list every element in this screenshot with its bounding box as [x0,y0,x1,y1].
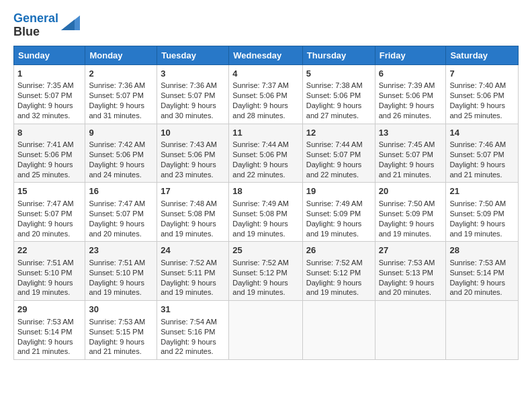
cell-text: Sunset: 5:10 PM [17,268,81,278]
cell-text: Daylight: 9 hours [449,101,515,111]
cell-text: Sunrise: 7:54 AM [161,317,225,327]
cell-text: and 22 minutes. [161,347,225,357]
day-number: 12 [306,127,371,139]
cell-text: Daylight: 9 hours [89,219,153,229]
calendar-cell: 2Sunrise: 7:36 AMSunset: 5:07 PMDaylight… [85,64,157,124]
calendar-cell [302,301,375,360]
cell-text: Daylight: 9 hours [161,160,225,170]
cell-text: Sunrise: 7:40 AM [449,81,515,91]
col-header-thursday: Thursday [302,46,375,64]
day-number: 9 [89,127,153,139]
day-number: 28 [449,244,515,257]
col-header-monday: Monday [85,46,157,64]
cell-text: Daylight: 9 hours [232,101,299,111]
cell-text: Daylight: 9 hours [89,101,153,111]
calendar-cell: 15Sunrise: 7:47 AMSunset: 5:07 PMDayligh… [14,183,85,242]
cell-text: Sunrise: 7:44 AM [232,140,299,150]
cell-text: Sunset: 5:07 PM [379,150,443,160]
cell-text: and 23 minutes. [161,170,225,180]
day-number: 25 [232,244,299,257]
cell-text: and 20 minutes. [449,287,515,298]
calendar-cell: 24Sunrise: 7:52 AMSunset: 5:11 PMDayligh… [157,242,229,301]
col-header-wednesday: Wednesday [229,46,303,64]
day-number: 7 [449,68,515,80]
calendar-cell: 3Sunrise: 7:36 AMSunset: 5:07 PMDaylight… [157,64,229,124]
calendar-cell: 21Sunrise: 7:50 AMSunset: 5:09 PMDayligh… [446,183,519,242]
cell-text: Sunset: 5:16 PM [161,327,225,337]
cell-text: Sunrise: 7:42 AM [89,140,153,150]
cell-text: Sunset: 5:12 PM [232,268,299,278]
calendar-cell [446,301,519,360]
cell-text: and 19 minutes. [449,229,515,239]
cell-text: and 22 minutes. [232,170,299,180]
day-number: 1 [17,68,81,80]
cell-text: and 19 minutes. [232,287,299,298]
cell-text: and 30 minutes. [161,111,225,121]
cell-text: Sunset: 5:06 PM [379,91,443,101]
col-header-friday: Friday [375,46,446,64]
cell-text: Daylight: 9 hours [17,101,81,111]
cell-text: Sunset: 5:07 PM [306,150,371,160]
cell-text: Sunset: 5:08 PM [232,209,299,219]
day-number: 18 [232,185,299,197]
cell-text: Sunrise: 7:48 AM [161,199,225,209]
cell-text: and 21 minutes. [379,170,443,180]
calendar-cell: 12Sunrise: 7:44 AMSunset: 5:07 PMDayligh… [302,124,375,183]
calendar-cell: 5Sunrise: 7:38 AMSunset: 5:06 PMDaylight… [302,64,375,124]
cell-text: Sunrise: 7:50 AM [449,199,515,209]
cell-text: and 19 minutes. [306,229,371,239]
cell-text: Daylight: 9 hours [379,219,443,229]
cell-text: and 19 minutes. [379,229,443,239]
calendar-cell: 20Sunrise: 7:50 AMSunset: 5:09 PMDayligh… [375,183,446,242]
calendar-cell: 18Sunrise: 7:49 AMSunset: 5:08 PMDayligh… [229,183,303,242]
cell-text: Daylight: 9 hours [17,278,81,288]
calendar-cell: 26Sunrise: 7:52 AMSunset: 5:12 PMDayligh… [302,242,375,301]
cell-text: Daylight: 9 hours [306,101,371,111]
cell-text: Sunrise: 7:49 AM [306,199,371,209]
cell-text: Daylight: 9 hours [17,337,81,347]
cell-text: Sunrise: 7:53 AM [89,317,153,327]
cell-text: Sunset: 5:14 PM [17,327,81,337]
cell-text: Sunrise: 7:53 AM [379,258,443,268]
calendar-cell: 10Sunrise: 7:43 AMSunset: 5:06 PMDayligh… [157,124,229,183]
cell-text: Daylight: 9 hours [379,101,443,111]
cell-text: Sunset: 5:06 PM [17,150,81,160]
day-number: 23 [89,244,153,257]
cell-text: and 19 minutes. [161,287,225,298]
cell-text: and 28 minutes. [232,111,299,121]
day-number: 6 [379,68,443,80]
cell-text: Daylight: 9 hours [449,160,515,170]
day-number: 31 [161,304,225,316]
cell-text: Sunset: 5:06 PM [161,150,225,160]
cell-text: Sunrise: 7:37 AM [232,81,299,91]
cell-text: Sunset: 5:07 PM [449,150,515,160]
cell-text: Daylight: 9 hours [89,337,153,347]
cell-text: Sunset: 5:06 PM [232,91,299,101]
cell-text: and 19 minutes. [232,229,299,239]
cell-text: Daylight: 9 hours [449,219,515,229]
calendar-cell: 27Sunrise: 7:53 AMSunset: 5:13 PMDayligh… [375,242,446,301]
svg-marker-1 [61,19,75,30]
calendar-cell: 9Sunrise: 7:42 AMSunset: 5:06 PMDaylight… [85,124,157,183]
cell-text: and 24 minutes. [89,170,153,180]
cell-text: Sunset: 5:15 PM [89,327,153,337]
cell-text: Daylight: 9 hours [306,219,371,229]
cell-text: Sunrise: 7:50 AM [379,199,443,209]
cell-text: Sunrise: 7:39 AM [379,81,443,91]
cell-text: Daylight: 9 hours [89,160,153,170]
day-number: 5 [306,68,371,80]
cell-text: Sunrise: 7:44 AM [306,140,371,150]
cell-text: Daylight: 9 hours [232,278,299,288]
cell-text: and 21 minutes. [449,170,515,180]
cell-text: and 21 minutes. [17,347,81,357]
day-number: 10 [161,127,225,139]
day-number: 24 [161,244,225,257]
cell-text: Sunset: 5:09 PM [379,209,443,219]
logo-icon [61,15,80,30]
cell-text: and 20 minutes. [89,229,153,239]
calendar-cell: 6Sunrise: 7:39 AMSunset: 5:06 PMDaylight… [375,64,446,124]
cell-text: Sunrise: 7:47 AM [89,199,153,209]
calendar-cell: 19Sunrise: 7:49 AMSunset: 5:09 PMDayligh… [302,183,375,242]
cell-text: and 27 minutes. [306,111,371,121]
cell-text: Sunset: 5:09 PM [306,209,371,219]
